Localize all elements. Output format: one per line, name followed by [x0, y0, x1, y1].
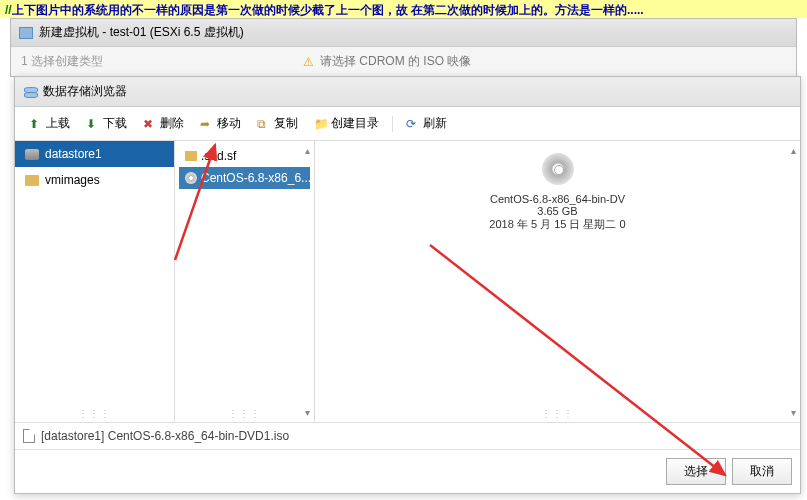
vm-wizard-subheader: 1 选择创建类型 ⚠ 请选择 CDROM 的 ISO 映像: [11, 47, 796, 76]
warning-icon: ⚠: [303, 55, 314, 69]
refresh-button[interactable]: ⟳ 刷新: [400, 112, 453, 135]
tree-item-label: datastore1: [45, 147, 102, 161]
file-list-pane: ▴ .sdd.sf CentOS-6.8-x86_6... ▾ ⋮⋮⋮: [175, 141, 315, 422]
pane-drag-handle-icon[interactable]: ⋮⋮⋮: [78, 408, 111, 419]
dialog-title-bar: 数据存储浏览器: [15, 77, 800, 107]
datastore-browser-dialog: 数据存储浏览器 ⬆ 上载 ⬇ 下载 ✖ 删除 ➦ 移动 ⧉ 复制 📁 创建目录 …: [14, 76, 801, 494]
wizard-warning-text: 请选择 CDROM 的 ISO 映像: [320, 53, 471, 70]
file-icon: [23, 429, 35, 443]
pane-drag-handle-icon[interactable]: ⋮⋮⋮: [541, 408, 574, 419]
detail-filesize: 3.65 GB: [537, 205, 577, 217]
scroll-up-icon[interactable]: ▴: [305, 145, 310, 156]
dialog-content: datastore1 vmimages ⋮⋮⋮ ▴ .sdd.sf CentOS…: [15, 141, 800, 422]
refresh-icon: ⟳: [406, 117, 420, 131]
vm-wizard-window: 新建虚拟机 - test-01 (ESXi 6.5 虚拟机) 1 选择创建类型 …: [10, 18, 797, 77]
move-label: 移动: [217, 115, 241, 132]
file-detail-pane: ▴ CentOS-6.8-x86_64-bin-DV 3.65 GB 2018 …: [315, 141, 800, 422]
upload-button[interactable]: ⬆ 上载: [23, 112, 76, 135]
datastore-icon: [23, 85, 37, 99]
list-item-label: CentOS-6.8-x86_6...: [201, 171, 310, 185]
download-icon: ⬇: [86, 117, 100, 131]
move-icon: ➦: [200, 117, 214, 131]
annotation-bar: //上下图片中的系统用的不一样的原因是第一次做的时候少截了上一个图，故 在第二次…: [0, 0, 807, 18]
tree-item-vmimages[interactable]: vmimages: [15, 167, 174, 193]
dialog-title-text: 数据存储浏览器: [43, 83, 127, 100]
select-button[interactable]: 选择: [666, 458, 726, 485]
upload-label: 上载: [46, 115, 70, 132]
scroll-down-icon[interactable]: ▾: [305, 407, 310, 418]
newdir-label: 创建目录: [331, 115, 379, 132]
copy-icon: ⧉: [257, 117, 271, 131]
refresh-label: 刷新: [423, 115, 447, 132]
copy-label: 复制: [274, 115, 298, 132]
download-button[interactable]: ⬇ 下载: [80, 112, 133, 135]
newdir-button[interactable]: 📁 创建目录: [308, 112, 385, 135]
scroll-up-icon[interactable]: ▴: [791, 145, 796, 156]
detail-filedate: 2018 年 5 月 15 日 星期二 0: [489, 217, 625, 232]
cancel-button[interactable]: 取消: [732, 458, 792, 485]
delete-label: 删除: [160, 115, 184, 132]
tree-item-datastore1[interactable]: datastore1: [15, 141, 174, 167]
vm-icon: [19, 27, 33, 39]
pane-drag-handle-icon[interactable]: ⋮⋮⋮: [228, 408, 261, 419]
wizard-step-label: 1 选择创建类型: [21, 53, 103, 70]
disc-large-icon: [542, 153, 574, 185]
delete-button[interactable]: ✖ 删除: [137, 112, 190, 135]
download-label: 下载: [103, 115, 127, 132]
folder-icon: 📁: [314, 117, 328, 131]
scroll-down-icon[interactable]: ▾: [791, 407, 796, 418]
list-item-sddsf[interactable]: .sdd.sf: [179, 145, 310, 167]
folder-icon: [185, 151, 197, 161]
status-bar: [datastore1] CentOS-6.8-x86_64-bin-DVD1.…: [15, 422, 800, 449]
move-button[interactable]: ➦ 移动: [194, 112, 247, 135]
datastore-tree-pane: datastore1 vmimages ⋮⋮⋮: [15, 141, 175, 422]
upload-icon: ⬆: [29, 117, 43, 131]
status-path: [datastore1] CentOS-6.8-x86_64-bin-DVD1.…: [41, 429, 289, 443]
toolbar-separator: [392, 116, 393, 132]
detail-filename: CentOS-6.8-x86_64-bin-DV: [490, 193, 625, 205]
delete-icon: ✖: [143, 117, 157, 131]
tree-item-label: vmimages: [45, 173, 100, 187]
list-item-centos-iso[interactable]: CentOS-6.8-x86_6...: [179, 167, 310, 189]
list-item-label: .sdd.sf: [201, 149, 236, 163]
vm-wizard-title: 新建虚拟机 - test-01 (ESXi 6.5 虚拟机): [39, 24, 244, 41]
dialog-button-bar: 选择 取消: [15, 449, 800, 493]
vm-wizard-title-bar: 新建虚拟机 - test-01 (ESXi 6.5 虚拟机): [11, 19, 796, 47]
copy-button[interactable]: ⧉ 复制: [251, 112, 304, 135]
disc-icon: [185, 172, 197, 184]
wizard-warning-row: ⚠ 请选择 CDROM 的 ISO 映像: [303, 53, 471, 70]
dialog-toolbar: ⬆ 上载 ⬇ 下载 ✖ 删除 ➦ 移动 ⧉ 复制 📁 创建目录 ⟳ 刷新: [15, 107, 800, 141]
